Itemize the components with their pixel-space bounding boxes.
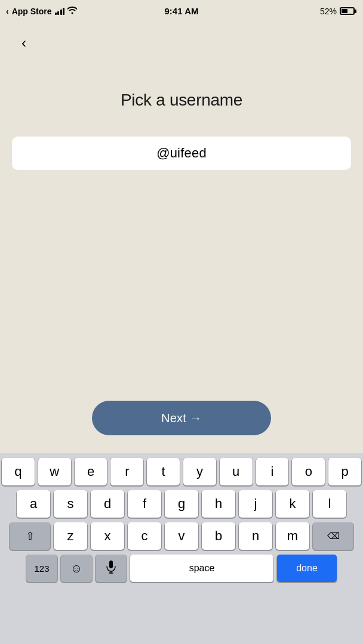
key-b[interactable]: b [202, 522, 235, 550]
key-q[interactable]: q [2, 458, 35, 485]
key-z[interactable]: z [54, 522, 87, 550]
carrier-info: ‹ App Store [6, 7, 77, 16]
key-o[interactable]: o [292, 458, 325, 485]
username-input-container [12, 137, 351, 170]
page-title: Pick a username [12, 91, 351, 110]
key-123[interactable]: 123 [26, 555, 57, 582]
mic-icon [106, 561, 116, 577]
key-123-label: 123 [34, 564, 49, 574]
key-y[interactable]: y [183, 458, 216, 485]
key-u[interactable]: u [220, 458, 253, 485]
key-t[interactable]: t [147, 458, 180, 485]
status-bar: ‹ App Store 9:41 AM 52% [0, 0, 363, 22]
back-arrow-status: ‹ [6, 7, 9, 16]
clock: 9:41 AM [165, 6, 199, 16]
keyboard-row-3: ⇧ z x c v b n m ⌫ [2, 522, 361, 550]
key-i[interactable]: i [256, 458, 289, 485]
emoji-key[interactable]: ☺ [61, 555, 92, 582]
key-k[interactable]: k [276, 490, 309, 518]
space-label: space [189, 563, 215, 574]
key-m[interactable]: m [276, 522, 309, 550]
back-chevron-icon: ‹ [21, 36, 26, 50]
keyboard-row-2: a s d f g h j k l [2, 490, 361, 518]
key-p[interactable]: p [328, 458, 361, 485]
space-key[interactable]: space [130, 555, 273, 582]
emoji-icon: ☺ [70, 562, 82, 575]
key-e[interactable]: e [75, 458, 107, 485]
key-n[interactable]: n [239, 522, 272, 550]
next-button[interactable]: Next → [92, 401, 271, 435]
key-x[interactable]: x [91, 522, 124, 550]
battery-icon [340, 7, 355, 15]
key-w[interactable]: w [38, 458, 71, 485]
signal-icon [55, 8, 65, 15]
done-key[interactable]: done [277, 555, 337, 582]
keyboard: q w e r t y u i o p a s d f g h j k l ⇧ … [0, 453, 363, 644]
backspace-icon: ⌫ [327, 531, 340, 541]
key-g[interactable]: g [165, 490, 198, 518]
carrier-name: App Store [12, 7, 52, 16]
mic-key[interactable] [96, 555, 127, 582]
key-d[interactable]: d [91, 490, 124, 518]
battery-info: 52% [320, 7, 355, 16]
back-button[interactable]: ‹ [12, 31, 36, 55]
keyboard-row-1: q w e r t y u i o p [2, 458, 361, 485]
key-a[interactable]: a [17, 490, 50, 518]
key-c[interactable]: c [128, 522, 161, 550]
shift-icon: ⇧ [26, 530, 35, 543]
key-j[interactable]: j [239, 490, 272, 518]
key-l[interactable]: l [313, 490, 346, 518]
key-r[interactable]: r [110, 458, 143, 485]
shift-key[interactable]: ⇧ [10, 522, 50, 550]
key-f[interactable]: f [128, 490, 161, 518]
next-button-label: Next → [161, 411, 202, 425]
wifi-icon [67, 7, 77, 16]
backspace-key[interactable]: ⌫ [313, 522, 353, 550]
username-input[interactable] [12, 137, 351, 170]
battery-percent: 52% [320, 7, 337, 16]
app-content: ‹ Pick a username Next → [0, 22, 363, 453]
key-v[interactable]: v [165, 522, 198, 550]
key-h[interactable]: h [202, 490, 235, 518]
keyboard-row-4: 123 ☺ space done [2, 555, 361, 582]
done-label: done [296, 563, 318, 574]
key-s[interactable]: s [54, 490, 87, 518]
svg-rect-0 [109, 561, 113, 568]
